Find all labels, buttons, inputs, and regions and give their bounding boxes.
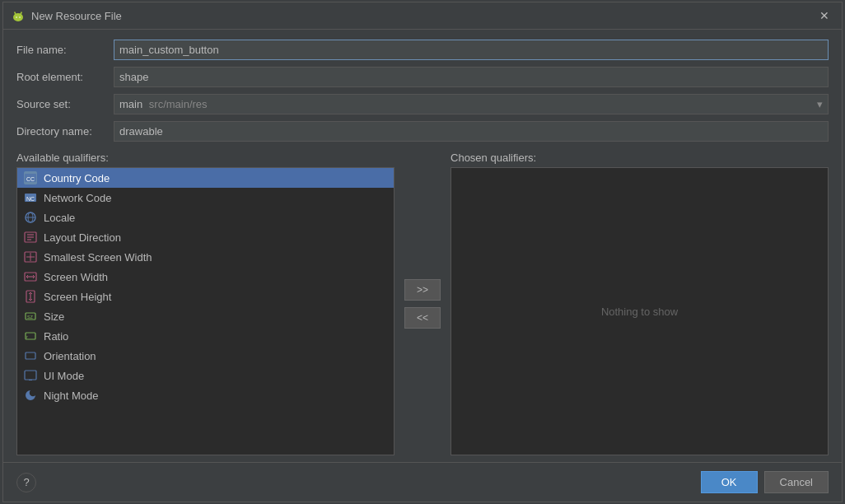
directory-name-row: Directory name:	[16, 121, 829, 142]
root-element-label: Root element:	[16, 71, 107, 83]
source-set-row: Source set: main src/main/res ▾	[16, 94, 829, 114]
file-name-row: File name:	[16, 40, 829, 60]
qualifier-night-mode-label: Night Mode	[44, 390, 98, 402]
qualifier-screen-width-label: Screen Width	[44, 271, 108, 283]
qualifier-locale-label: Locale	[44, 212, 75, 224]
svg-line-2	[15, 12, 16, 15]
svg-point-5	[19, 16, 21, 18]
layout-direction-icon	[24, 231, 37, 244]
file-name-label: File name:	[16, 44, 107, 56]
qualifier-smallest-screen-width-label: Smallest Screen Width	[44, 251, 152, 264]
cancel-button[interactable]: Cancel	[764, 471, 829, 493]
qualifier-orientation-label: Orientation	[44, 350, 96, 362]
smallest-screen-width-icon	[24, 250, 37, 264]
bottom-bar: ? OK Cancel	[3, 462, 842, 502]
qualifier-ratio[interactable]: r Ratio	[17, 326, 394, 346]
title-bar-left: New Resource File	[12, 9, 122, 22]
network-code-icon: NC	[24, 191, 37, 204]
svg-line-3	[21, 12, 21, 15]
remove-qualifier-button[interactable]: <<	[404, 307, 441, 329]
qualifier-ui-mode[interactable]: UI Mode	[17, 366, 394, 385]
locale-icon	[24, 211, 37, 224]
available-qualifiers-list[interactable]: CC Country Code NC Network Code Locale	[16, 167, 394, 455]
available-qualifiers-header: Available qualifiers:	[16, 152, 394, 164]
ok-cancel-buttons: OK Cancel	[701, 471, 829, 493]
screen-height-icon	[24, 290, 37, 303]
screen-width-icon	[24, 270, 37, 283]
nothing-to-show-text: Nothing to show	[601, 306, 678, 318]
chosen-qualifiers-list: Nothing to show	[451, 167, 829, 455]
source-main: main	[119, 98, 142, 110]
close-button[interactable]: ✕	[815, 7, 833, 24]
svg-text:NC: NC	[26, 196, 35, 202]
qualifier-arrow-buttons: >> <<	[394, 152, 451, 455]
ratio-icon: r	[24, 329, 37, 343]
qualifier-locale[interactable]: Locale	[17, 208, 394, 227]
available-qualifiers-panel: Available qualifiers: CC Country Code NC…	[16, 152, 394, 455]
qualifier-network-code[interactable]: NC Network Code	[17, 188, 394, 208]
dialog-title: New Resource File	[31, 10, 122, 22]
size-icon: sz	[24, 310, 37, 323]
svg-point-4	[16, 16, 17, 18]
source-set-select[interactable]: main src/main/res ▾	[114, 94, 829, 114]
qualifier-smallest-screen-width[interactable]: Smallest Screen Width	[17, 247, 394, 267]
directory-name-input[interactable]	[114, 121, 829, 142]
svg-rect-1	[14, 15, 22, 20]
root-element-input[interactable]	[114, 67, 829, 87]
svg-text:sz: sz	[27, 314, 34, 320]
qualifier-network-code-label: Network Code	[44, 192, 111, 204]
night-mode-icon	[24, 389, 37, 402]
source-path: src/main/res	[149, 98, 208, 110]
qualifier-ui-mode-label: UI Mode	[44, 370, 84, 382]
qualifier-orientation[interactable]: Orientation	[17, 346, 394, 366]
country-code-icon: CC	[24, 171, 37, 184]
qualifier-size[interactable]: sz Size	[17, 306, 394, 326]
chosen-qualifiers-header: Chosen qualifiers:	[451, 152, 829, 164]
help-button[interactable]: ?	[16, 473, 36, 492]
qualifier-size-label: Size	[44, 310, 64, 323]
root-element-row: Root element:	[16, 67, 829, 87]
new-resource-dialog: New Resource File ✕ File name: Root elem…	[2, 2, 843, 502]
directory-name-label: Directory name:	[16, 125, 107, 138]
ui-mode-icon	[24, 369, 37, 382]
qualifier-layout-direction[interactable]: Layout Direction	[17, 227, 394, 247]
qualifier-country-code[interactable]: CC Country Code	[17, 168, 394, 188]
ok-button[interactable]: OK	[701, 471, 758, 493]
source-set-arrow-icon: ▾	[817, 98, 823, 110]
qualifier-screen-height-label: Screen Height	[44, 291, 111, 303]
chosen-qualifiers-panel: Chosen qualifiers: Nothing to show	[451, 152, 829, 455]
qualifier-screen-width[interactable]: Screen Width	[17, 267, 394, 287]
source-set-label: Source set:	[16, 98, 107, 110]
orientation-icon	[24, 349, 37, 362]
qualifier-country-code-label: Country Code	[44, 172, 110, 184]
file-name-input[interactable]	[114, 40, 829, 60]
svg-text:CC: CC	[26, 176, 35, 182]
form-area: File name: Root element: Source set: mai…	[3, 30, 842, 152]
svg-text:r: r	[26, 334, 28, 339]
qualifier-layout-direction-label: Layout Direction	[44, 231, 121, 244]
svg-rect-29	[25, 371, 36, 380]
svg-rect-28	[26, 352, 35, 359]
title-bar: New Resource File ✕	[3, 2, 842, 30]
qualifiers-section: Available qualifiers: CC Country Code NC…	[3, 152, 842, 462]
qualifier-ratio-label: Ratio	[44, 330, 68, 343]
qualifier-night-mode[interactable]: Night Mode	[17, 385, 394, 405]
android-icon	[12, 9, 25, 22]
svg-rect-30	[29, 380, 32, 380]
add-qualifier-button[interactable]: >>	[404, 279, 441, 301]
qualifier-screen-height[interactable]: Screen Height	[17, 287, 394, 306]
